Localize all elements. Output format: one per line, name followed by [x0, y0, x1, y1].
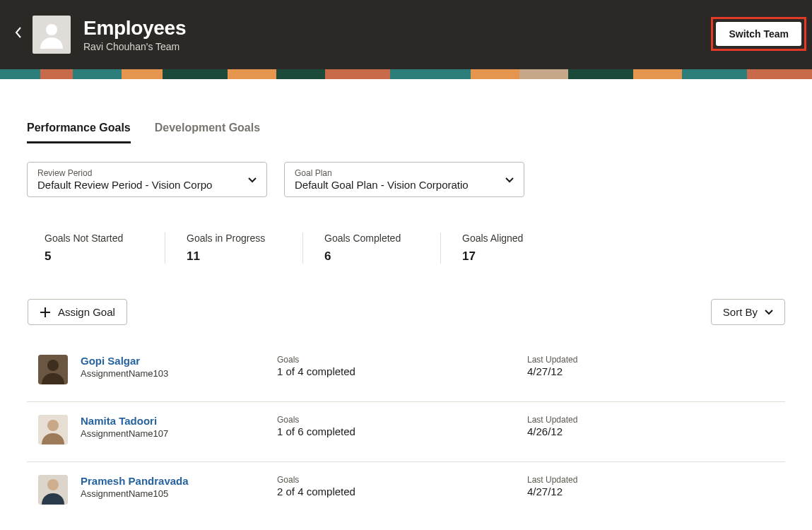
employee-row: Pramesh Pandravada AssignmentName105 Goa… [27, 462, 785, 522]
employee-photo [38, 415, 68, 444]
svg-point-4 [47, 420, 59, 431]
metric-label: Goals Completed [324, 232, 419, 244]
last-updated-value: 4/27/12 [527, 365, 577, 377]
last-updated-label: Last Updated [527, 355, 577, 365]
employee-assignment: AssignmentName105 [81, 488, 277, 499]
page-subtitle: Ravi Chouhan's Team [83, 41, 186, 52]
employee-list: Gopi Salgar AssignmentName103 Goals 1 of… [27, 342, 785, 522]
employee-row: Gopi Salgar AssignmentName103 Goals 1 of… [27, 342, 785, 402]
metric-goals-in-progress: Goals in Progress 11 [165, 232, 302, 264]
chevron-down-icon [248, 173, 257, 186]
goals-column-label: Goals [277, 475, 527, 485]
last-updated-value: 4/26/12 [527, 425, 577, 437]
employee-name-link[interactable]: Pramesh Pandravada [81, 475, 277, 487]
last-updated-label: Last Updated [527, 415, 577, 425]
goals-column-label: Goals [277, 415, 527, 425]
employee-photo [38, 355, 68, 384]
employee-assignment: AssignmentName103 [81, 368, 277, 379]
metrics-bar: Goals Not Started 5 Goals in Progress 11… [27, 232, 785, 264]
tab-performance-goals[interactable]: Performance Goals [27, 122, 131, 143]
last-updated-label: Last Updated [527, 475, 577, 485]
employee-name-link[interactable]: Namita Tadoori [81, 415, 277, 427]
svg-point-6 [47, 479, 59, 490]
chevron-left-icon [15, 27, 22, 38]
employee-assignment: AssignmentName107 [81, 428, 277, 439]
sort-by-label: Sort By [723, 306, 758, 318]
switch-team-button[interactable]: Switch Team [716, 22, 801, 46]
assign-goal-button[interactable]: Assign Goal [28, 299, 127, 325]
review-period-select[interactable]: Review Period Default Review Period - Vi… [27, 162, 267, 197]
metric-label: Goals Not Started [45, 232, 143, 244]
decorative-banner [0, 69, 812, 79]
goal-plan-label: Goal Plan [295, 168, 497, 178]
review-period-label: Review Period [37, 168, 240, 178]
plus-icon [40, 307, 51, 318]
goals-progress-text: 1 of 4 completed [277, 365, 527, 377]
metric-value: 11 [187, 249, 281, 264]
goals-tabs: Performance Goals Development Goals [27, 122, 785, 143]
sort-by-button[interactable]: Sort By [711, 299, 785, 325]
goals-progress-text: 2 of 4 completed [277, 485, 527, 497]
svg-point-2 [47, 360, 59, 371]
employee-row: Namita Tadoori AssignmentName107 Goals 1… [27, 402, 785, 462]
employee-photo [38, 475, 68, 505]
team-avatar [33, 16, 71, 54]
chevron-down-icon [505, 173, 514, 186]
page-header: Employees Ravi Chouhan's Team Switch Tea… [0, 0, 812, 69]
last-updated-value: 4/27/12 [527, 485, 577, 497]
metric-label: Goals in Progress [187, 232, 281, 244]
page-title: Employees [83, 17, 186, 40]
employee-name-link[interactable]: Gopi Salgar [81, 355, 277, 367]
metric-goals-not-started: Goals Not Started 5 [27, 232, 165, 264]
goals-column-label: Goals [277, 355, 527, 365]
tab-development-goals[interactable]: Development Goals [155, 122, 260, 143]
metric-label: Goals Aligned [462, 232, 557, 244]
metric-goals-aligned: Goals Aligned 17 [440, 232, 578, 264]
metric-goals-completed: Goals Completed 6 [302, 232, 440, 264]
metric-value: 17 [462, 249, 557, 264]
review-period-value: Default Review Period - Vision Corpo [37, 179, 240, 191]
back-button[interactable] [14, 25, 23, 40]
chevron-down-icon [765, 310, 773, 315]
switch-team-highlight: Switch Team [711, 17, 806, 51]
person-icon [37, 20, 66, 49]
assign-goal-label: Assign Goal [58, 306, 115, 318]
goal-plan-select[interactable]: Goal Plan Default Goal Plan - Vision Cor… [284, 162, 524, 197]
goals-progress-text: 1 of 6 completed [277, 425, 527, 437]
title-block: Employees Ravi Chouhan's Team [83, 17, 186, 52]
metric-value: 5 [45, 249, 143, 264]
metric-value: 6 [324, 249, 419, 264]
goal-plan-value: Default Goal Plan - Vision Corporatio [295, 179, 497, 191]
svg-point-0 [46, 24, 57, 35]
